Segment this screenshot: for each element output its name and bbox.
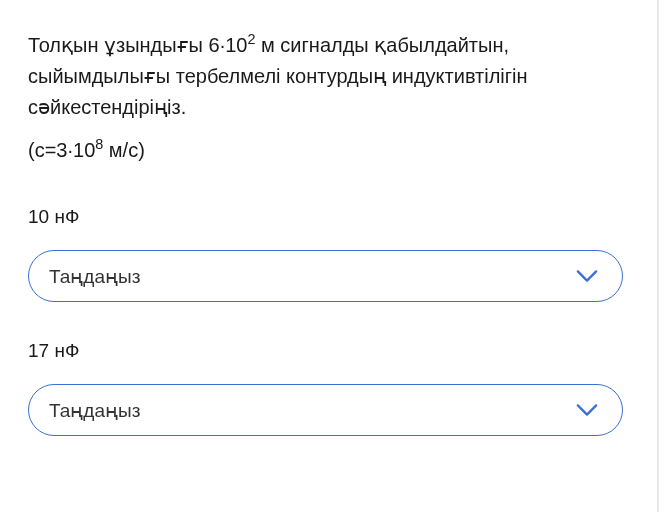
chevron-down-icon (576, 265, 598, 287)
question-sub-part2: м/с) (103, 139, 145, 161)
option-label-1: 10 нФ (28, 206, 622, 228)
dropdown-select-2[interactable]: Таңдаңыз (28, 384, 623, 436)
question-text-part1: Толқын ұзындығы 6·10 (28, 34, 247, 56)
dropdown-select-1[interactable]: Таңдаңыз (28, 250, 623, 302)
question-subtext: (c=3·108 м/с) (28, 135, 622, 166)
chevron-down-icon (576, 399, 598, 421)
question-text: Толқын ұзындығы 6·102 м сигналды қабылда… (28, 30, 622, 123)
question-sub-part1: (c=3·10 (28, 139, 95, 161)
dropdown-placeholder-2: Таңдаңыз (49, 399, 140, 422)
question-text-sup1: 2 (247, 31, 255, 47)
option-label-2: 17 нФ (28, 340, 622, 362)
option-block-2: 17 нФ Таңдаңыз (28, 340, 622, 436)
right-border-divider (657, 0, 659, 512)
option-block-1: 10 нФ Таңдаңыз (28, 206, 622, 302)
dropdown-placeholder-1: Таңдаңыз (49, 265, 140, 288)
